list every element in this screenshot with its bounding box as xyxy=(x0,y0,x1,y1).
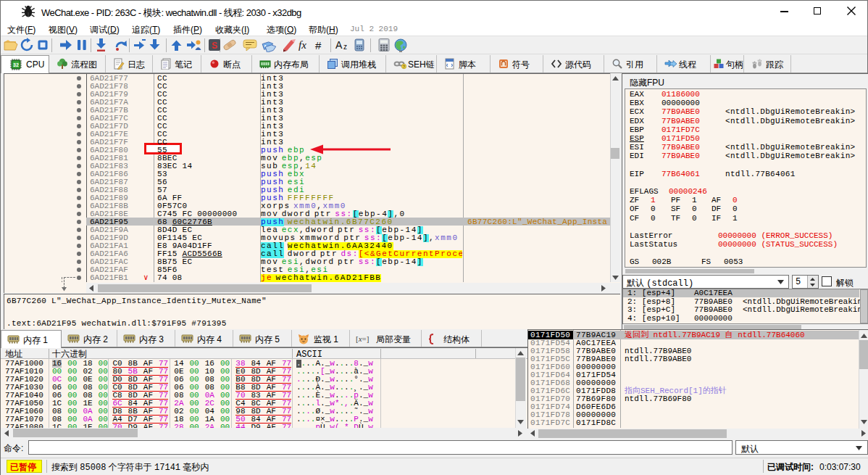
svg-text:[x=]: [x=] xyxy=(356,334,369,343)
svg-text:32: 32 xyxy=(13,62,19,67)
svg-text:A: A xyxy=(335,39,343,51)
svg-text:fx: fx xyxy=(299,39,306,51)
svg-text:z: z xyxy=(343,43,347,51)
svg-text:#: # xyxy=(315,39,322,51)
svg-text:S: S xyxy=(212,41,217,51)
